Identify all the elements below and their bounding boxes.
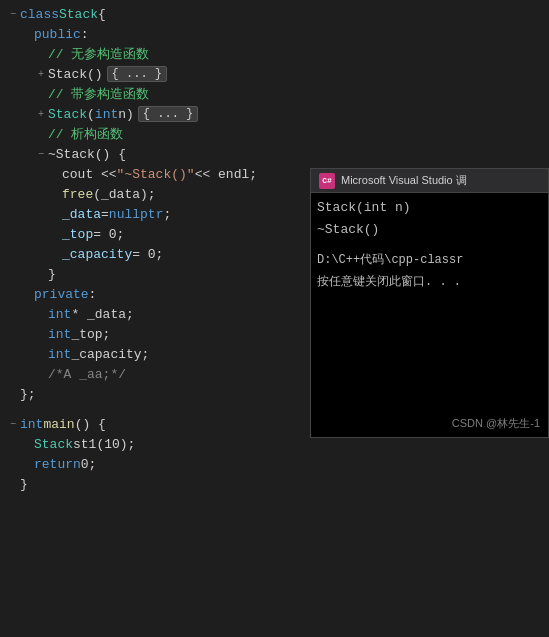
code-line: /*A _aa;*/: [0, 364, 330, 384]
code-line: _capacity = 0;: [0, 244, 330, 264]
code-line: }: [0, 264, 330, 284]
console-prompt: 按任意键关闭此窗口. . .: [317, 271, 542, 293]
code-line: int _top;: [0, 324, 330, 344]
code-line: Stack st1(10);: [0, 434, 330, 454]
fold-icon-ctor2[interactable]: +: [34, 107, 48, 121]
code-line: _top = 0;: [0, 224, 330, 244]
code-line: + Stack(){ ... }: [0, 64, 330, 84]
console-body: Stack(int n) ~Stack() D:\C++代码\cpp-class…: [311, 193, 548, 437]
fold-icon-ctor1[interactable]: +: [34, 67, 48, 81]
console-footer: CSDN @林先生-1: [452, 416, 540, 431]
code-line: int* _data;: [0, 304, 330, 324]
code-line: − class Stack {: [0, 4, 330, 24]
code-line: free(_data);: [0, 184, 330, 204]
console-title: Microsoft Visual Studio 调: [341, 173, 467, 188]
code-line: int _capacity;: [0, 344, 330, 364]
code-line: // 带参构造函数: [0, 84, 330, 104]
code-line: − ~Stack() {: [0, 144, 330, 164]
code-line-blank: [0, 404, 330, 414]
code-line: − int main() {: [0, 414, 330, 434]
fold-icon-dtor[interactable]: −: [34, 147, 48, 161]
console-output-line2: ~Stack(): [317, 219, 542, 241]
console-titlebar: C# Microsoft Visual Studio 调: [311, 169, 548, 193]
console-path: D:\C++代码\cpp-classr: [317, 249, 542, 271]
console-output-line1: Stack(int n): [317, 197, 542, 219]
vs-icon: C#: [319, 173, 335, 189]
fold-icon-class[interactable]: −: [6, 7, 20, 21]
code-line: cout << "~Stack()" << endl;: [0, 164, 330, 184]
code-line: private:: [0, 284, 330, 304]
code-line: // 无参构造函数: [0, 44, 330, 64]
fold-icon-main[interactable]: −: [6, 417, 20, 431]
code-line: _data = nullptr;: [0, 204, 330, 224]
code-line: + Stack(int n){ ... }: [0, 104, 330, 124]
code-line: public:: [0, 24, 330, 44]
code-line: };: [0, 384, 330, 404]
console-window: C# Microsoft Visual Studio 调 Stack(int n…: [310, 168, 549, 438]
code-line: }: [0, 474, 330, 494]
code-line: // 析构函数: [0, 124, 330, 144]
code-line: return 0;: [0, 454, 330, 474]
code-editor: − class Stack { public: // 无参构造函数 + Stac…: [0, 0, 330, 637]
